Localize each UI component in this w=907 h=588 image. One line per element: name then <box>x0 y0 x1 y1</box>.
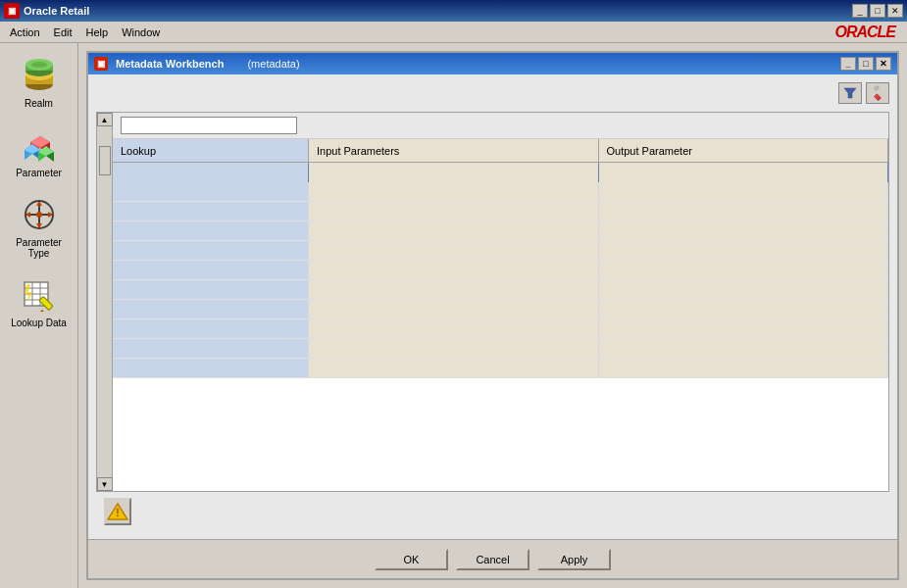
menu-bar: Action Edit Help Window ORACLE <box>0 22 907 43</box>
sidebar-realm-label: Realm <box>25 98 53 109</box>
dialog-minimize-button[interactable]: _ <box>840 57 856 71</box>
data-cell-input-6 <box>309 280 599 299</box>
scroll-down-arrow[interactable]: ▼ <box>97 477 113 491</box>
col-header-output: Output Parameter <box>599 139 889 162</box>
filter-button[interactable] <box>838 82 862 104</box>
lookup-table: ▲ ▼ <box>96 112 889 492</box>
maximize-button[interactable]: □ <box>870 4 885 18</box>
sidebar-item-realm[interactable]: Realm <box>4 51 75 113</box>
menu-edit[interactable]: Edit <box>48 24 78 40</box>
table-row[interactable] <box>113 202 888 221</box>
close-button[interactable]: ✕ <box>887 4 903 18</box>
bottom-panel: ! <box>96 492 889 531</box>
col-header-input: Input Parameters <box>309 139 599 162</box>
data-cell-lookup-6 <box>113 280 309 299</box>
menu-window[interactable]: Window <box>116 24 166 40</box>
oracle-logo: ORACLE <box>834 24 903 41</box>
data-cell-lookup-7 <box>113 300 309 318</box>
menu-action[interactable]: Action <box>4 24 46 40</box>
parameter-icon <box>19 124 60 166</box>
window-controls[interactable]: _ □ ✕ <box>852 4 903 18</box>
data-cell-output-1 <box>599 182 889 201</box>
data-cell-output-4 <box>599 241 889 260</box>
data-cell-output-10 <box>599 359 889 377</box>
sidebar-item-lookup-data[interactable]: Lookup Data <box>4 270 75 332</box>
sidebar-item-parameter[interactable]: Parameter <box>4 121 75 182</box>
minimize-button[interactable]: _ <box>852 4 868 18</box>
data-cell-lookup-10 <box>113 359 309 377</box>
table-selected-row[interactable] <box>113 163 888 182</box>
table-row[interactable] <box>113 261 888 280</box>
apply-button[interactable]: Apply <box>537 549 611 570</box>
table-row[interactable] <box>113 359 888 378</box>
data-cell-input-10 <box>309 359 599 377</box>
table-row[interactable] <box>113 221 888 241</box>
data-cell-input-1 <box>309 182 599 201</box>
sidebar-parameter-type-label: Parameter Type <box>8 237 71 259</box>
table-body <box>113 163 888 491</box>
scroll-track <box>98 126 112 477</box>
data-cell-output-3 <box>599 221 889 240</box>
svg-text:!: ! <box>116 508 119 518</box>
data-cell-output-8 <box>599 319 889 338</box>
data-cell-lookup-2 <box>113 202 309 220</box>
search-row <box>113 113 888 139</box>
dialog-close-button[interactable]: ✕ <box>876 57 891 71</box>
app-title: Oracle Retail <box>24 5 89 17</box>
col-header-lookup: Lookup <box>113 139 309 162</box>
data-cell-output-9 <box>599 339 889 358</box>
data-cell-input-2 <box>309 202 599 220</box>
svg-rect-36 <box>874 85 879 90</box>
selected-cell-lookup <box>113 163 309 182</box>
scroll-up-arrow[interactable]: ▲ <box>97 113 113 126</box>
data-cell-lookup-1 <box>113 182 309 201</box>
table-row[interactable] <box>113 182 888 202</box>
data-cell-output-6 <box>599 280 889 299</box>
table-row[interactable] <box>113 300 888 319</box>
warning-button[interactable]: ! <box>104 498 131 525</box>
parameter-type-icon <box>19 194 60 235</box>
data-cell-input-9 <box>309 339 599 358</box>
content-area: Realm <box>0 43 907 588</box>
menu-items: Action Edit Help Window <box>4 24 166 40</box>
dialog-app-icon: ▣ <box>94 57 108 71</box>
data-cell-lookup-4 <box>113 241 309 260</box>
selected-cell-input <box>309 163 599 182</box>
dialog-content: ▲ ▼ <box>88 74 897 539</box>
cancel-button[interactable]: Cancel <box>456 549 529 570</box>
dialog-maximize-button[interactable]: □ <box>858 57 874 71</box>
data-cell-output-2 <box>599 202 889 220</box>
dialog-window-controls[interactable]: _ □ ✕ <box>840 57 891 71</box>
dialog-footer: OK Cancel Apply <box>88 539 897 578</box>
data-cell-input-8 <box>309 319 599 338</box>
data-cell-input-4 <box>309 241 599 260</box>
column-headers: Lookup Input Parameters Output Parameter <box>113 139 888 163</box>
data-cell-input-7 <box>309 300 599 318</box>
sidebar-item-parameter-type[interactable]: Parameter Type <box>4 190 75 263</box>
dialog-title: Metadata Workbench <box>116 58 224 70</box>
svg-point-23 <box>36 212 42 218</box>
svg-marker-31 <box>40 310 44 312</box>
metadata-dialog: ▣ Metadata Workbench (metadata) _ □ ✕ <box>86 51 899 580</box>
svg-rect-34 <box>874 94 881 101</box>
dialog-subtitle: (metadata) <box>247 58 299 70</box>
sidebar: Realm <box>0 43 78 588</box>
ok-button[interactable]: OK <box>375 549 448 570</box>
data-cell-lookup-3 <box>113 221 309 240</box>
data-cell-lookup-5 <box>113 261 309 279</box>
dialog-title-bar: ▣ Metadata Workbench (metadata) _ □ ✕ <box>88 53 897 74</box>
app-icon: ▣ <box>4 3 20 19</box>
table-scrollbar[interactable]: ▲ ▼ <box>97 113 113 491</box>
table-row[interactable] <box>113 280 888 300</box>
dialog-title-left: ▣ Metadata Workbench (metadata) <box>94 57 300 71</box>
menu-help[interactable]: Help <box>80 24 115 40</box>
data-cell-lookup-8 <box>113 319 309 338</box>
svg-marker-33 <box>844 88 856 98</box>
edit-button[interactable] <box>866 82 889 104</box>
table-row[interactable] <box>113 339 888 359</box>
table-row[interactable] <box>113 319 888 339</box>
scroll-thumb[interactable] <box>99 146 111 175</box>
lookup-search-input[interactable] <box>121 117 297 134</box>
table-row[interactable] <box>113 241 888 261</box>
data-cell-input-5 <box>309 261 599 279</box>
